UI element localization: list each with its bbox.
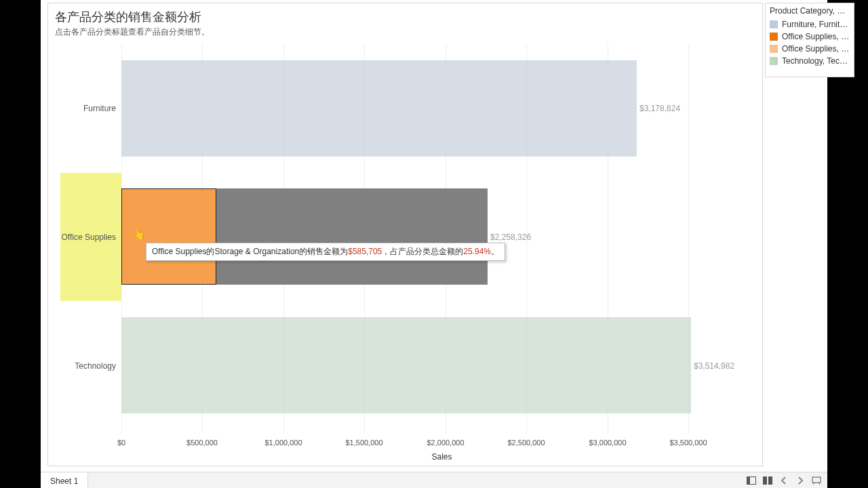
x-axis-label: Sales xyxy=(431,452,452,462)
x-tick: $1,000,000 xyxy=(264,439,302,447)
bottom-bar: Sheet 1 xyxy=(41,472,827,488)
x-tick: $2,000,000 xyxy=(427,439,464,447)
bar-value-office: $2,258,326 xyxy=(490,232,531,242)
bar-value-technology: $3,514,982 xyxy=(694,361,734,371)
legend-title: Product Category, Sho… xyxy=(770,6,850,16)
tooltip-text: Office Supplies的Storage & Organization的销… xyxy=(152,247,348,256)
legend-item[interactable]: Office Supplies, Stor.. xyxy=(770,43,850,55)
legend-label: Office Supplies, Stor.. xyxy=(782,44,850,54)
viewer-controls xyxy=(746,475,827,486)
category-label-technology[interactable]: Technology xyxy=(48,361,116,371)
show-sheets-icon[interactable] xyxy=(746,475,757,486)
bar-technology[interactable] xyxy=(121,317,691,413)
prev-sheet-icon[interactable] xyxy=(778,475,789,486)
axis-area: $0 $500,000 $1,000,000 $1,500,000 $2,000… xyxy=(121,44,762,466)
bar-office-storage[interactable] xyxy=(121,188,216,285)
legend-swatch xyxy=(770,45,778,53)
next-sheet-icon[interactable] xyxy=(795,475,806,486)
svg-rect-3 xyxy=(763,476,767,485)
tooltip-value-percent: 25.94% xyxy=(463,247,491,256)
legend-swatch xyxy=(770,33,778,41)
tooltip-text: 。 xyxy=(491,247,499,256)
bar-furniture[interactable] xyxy=(121,60,637,157)
chart-title: 各产品分类的销售金额分析 xyxy=(55,9,201,25)
legend-label: Furniture, Furniture xyxy=(782,20,850,29)
chart-subtitle: 点击各产品分类标题查看产品自分类细节。 xyxy=(55,26,210,38)
legend-swatch xyxy=(770,20,778,28)
legend-item[interactable]: Office Supplies, Offic.. xyxy=(770,30,850,43)
x-tick: $500,000 xyxy=(186,439,218,447)
svg-rect-4 xyxy=(768,476,772,485)
sheet-tabs: Sheet 1 xyxy=(41,472,88,488)
svg-rect-5 xyxy=(812,477,821,483)
legend-label: Technology, Technol.. xyxy=(782,56,850,66)
x-tick: $3,500,000 xyxy=(669,439,707,447)
bar-value-furniture: $3,178,624 xyxy=(639,104,680,113)
filmstrip-icon[interactable] xyxy=(762,475,773,486)
tooltip-value-sales: $585,705 xyxy=(348,247,382,256)
presentation-mode-icon[interactable] xyxy=(811,475,822,486)
x-tick: $3,000,000 xyxy=(589,439,626,447)
app-frame: 各产品分类的销售金额分析 点击各产品分类标题查看产品自分类细节。 Furnitu… xyxy=(41,0,827,488)
sheet-tab-label: Sheet 1 xyxy=(50,476,78,486)
legend-panel: Product Category, Sho… Furniture, Furnit… xyxy=(765,3,854,77)
worksheet-panel: 各产品分类的销售金额分析 点击各产品分类标题查看产品自分类细节。 Furnitu… xyxy=(47,3,763,466)
legend-item[interactable]: Furniture, Furniture xyxy=(770,18,850,30)
svg-rect-2 xyxy=(747,477,750,484)
sheet-tab[interactable]: Sheet 1 xyxy=(41,472,88,488)
legend-swatch xyxy=(770,57,778,65)
category-label-office[interactable]: Office Supplies xyxy=(48,232,116,242)
legend-item[interactable]: Technology, Technol.. xyxy=(770,55,850,67)
x-tick: $0 xyxy=(117,439,125,447)
tooltip: Office Supplies的Storage & Organization的销… xyxy=(146,243,505,261)
x-tick: $2,500,000 xyxy=(507,439,545,447)
legend-label: Office Supplies, Offic.. xyxy=(782,32,850,41)
plot-area: Furniture Office Supplies Technology $0 … xyxy=(48,44,762,466)
x-tick: $1,500,000 xyxy=(345,439,382,447)
category-label-furniture[interactable]: Furniture xyxy=(48,104,116,113)
tooltip-text: ，占产品分类总金额的 xyxy=(382,247,463,256)
